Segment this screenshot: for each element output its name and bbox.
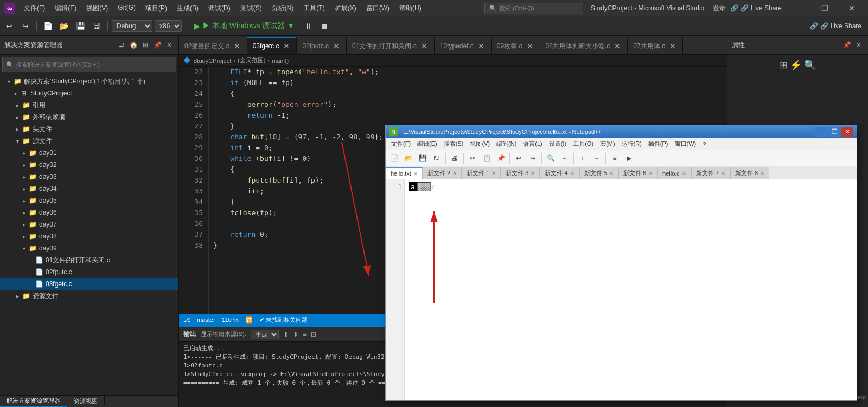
npp-menu-item[interactable]: 视图(V) <box>467 139 493 149</box>
npp-menu-item[interactable]: 设置(I) <box>546 139 570 149</box>
save-btn[interactable]: 💾 <box>73 19 87 33</box>
output-toolbar-icon3[interactable]: ≡ <box>303 331 307 338</box>
close-btn[interactable]: ✕ <box>839 0 864 16</box>
tree-item-12[interactable]: ▾📁day09 <box>0 242 178 254</box>
npp-find-btn[interactable]: 🔍 <box>544 152 557 165</box>
npp-menu-item[interactable]: 搜索(S) <box>441 139 467 149</box>
npp-tab-6[interactable]: 新文件 6✕ <box>618 167 658 179</box>
tree-item-3[interactable]: ▾📁源文件 <box>0 135 178 147</box>
npp-tab-close-5[interactable]: ✕ <box>609 170 614 176</box>
npp-tab-close-6[interactable]: ✕ <box>648 170 653 176</box>
npp-print-btn[interactable]: 🖨 <box>448 152 461 165</box>
filter-icon[interactable]: ⊞ <box>141 40 150 50</box>
npp-tab-2[interactable]: 新文件 1✕ <box>462 167 501 179</box>
debug-config-select[interactable]: Debug Release <box>112 20 152 32</box>
output-toolbar-icon4[interactable]: ⊡ <box>311 331 316 338</box>
home-icon[interactable]: 🏠 <box>129 40 138 50</box>
title-menu-item[interactable]: Git(G) <box>113 3 140 14</box>
output-toolbar-icon2[interactable]: ⬇ <box>293 331 298 338</box>
title-menu-item[interactable]: 分析(N) <box>267 3 298 14</box>
editor-tab-2[interactable]: 02fputc.c✕ <box>297 37 347 54</box>
npp-new-btn[interactable]: 📄 <box>388 152 401 165</box>
npp-tab-close-0[interactable]: ✕ <box>413 171 418 177</box>
npp-tab-7[interactable]: hello.c✕ <box>658 167 691 179</box>
tree-item-0[interactable]: ▸📁引用 <box>0 99 178 111</box>
editor-tab-7[interactable]: 07共用体.c✕ <box>628 37 683 54</box>
redo-btn[interactable]: ↪ <box>18 19 33 33</box>
props-icon2[interactable]: ⚡ <box>790 59 802 71</box>
npp-menu-item[interactable]: 插件(P) <box>645 139 672 149</box>
editor-tab-4[interactable]: 10typedef.c✕ <box>435 37 492 54</box>
npp-menu-item[interactable]: 工具(O) <box>570 139 597 149</box>
title-menu-item[interactable]: 视图(V) <box>82 3 112 14</box>
npp-tab-close-7[interactable]: ✕ <box>682 170 686 176</box>
stop-btn[interactable]: ⏹ <box>317 19 331 33</box>
npp-tab-4[interactable]: 新文件 4✕ <box>540 167 579 179</box>
live-share-btn[interactable]: 🔗 🔗 Live Share <box>730 4 782 12</box>
npp-restore-btn[interactable]: ❐ <box>828 127 840 137</box>
tab-close-0[interactable]: ✕ <box>233 42 241 50</box>
title-menu-item[interactable]: 扩展(X) <box>330 3 361 14</box>
tab-close-3[interactable]: ✕ <box>420 42 429 50</box>
title-menu-item[interactable]: 项目(P) <box>141 3 171 14</box>
tree-item-14[interactable]: 📄02fputc.c <box>0 266 178 278</box>
tab-close-6[interactable]: ✕ <box>613 42 622 50</box>
tree-item-15[interactable]: 📄03fgetc.c <box>0 278 178 290</box>
npp-save-all-btn[interactable]: 🖫 <box>430 152 443 165</box>
npp-undo-btn[interactable]: ↩ <box>512 152 525 165</box>
tab-close-4[interactable]: ✕ <box>477 42 486 50</box>
npp-code-area[interactable]: a▓▓▓c <box>405 179 857 400</box>
npp-tab-close-2[interactable]: ✕ <box>492 170 496 176</box>
npp-copy-btn[interactable]: 📋 <box>480 152 493 165</box>
tab-solution-explorer[interactable]: 解决方案资源管理器 <box>0 396 67 407</box>
npp-open-btn[interactable]: 📂 <box>402 152 415 165</box>
tree-item-11[interactable]: ▸📁day08 <box>0 230 178 242</box>
npp-menu-item[interactable]: 文件(F) <box>388 139 414 149</box>
restore-btn[interactable]: ❐ <box>813 0 837 16</box>
pin-icon[interactable]: 📌 <box>152 40 162 50</box>
tree-item-9[interactable]: ▸📁day06 <box>0 206 178 218</box>
output-source-select[interactable]: 生成 <box>251 330 279 339</box>
title-menu-item[interactable]: 文件(F) <box>20 3 49 14</box>
run-btn[interactable]: ▶ ▶ 本地 Windows 调试器 ▼ <box>190 20 299 32</box>
title-menu-item[interactable]: 窗口(W) <box>362 3 394 14</box>
close-properties-icon[interactable]: ✕ <box>854 40 864 50</box>
npp-menu-item[interactable]: ? <box>699 140 709 148</box>
npp-run-btn[interactable]: ▶ <box>622 152 635 165</box>
editor-tab-0[interactable]: 02变量的定义.c✕ <box>179 37 247 54</box>
npp-zoom-out-btn[interactable]: − <box>590 152 603 165</box>
tab-close-1[interactable]: ✕ <box>282 42 291 50</box>
editor-tab-1[interactable]: 03fgetc.c✕ <box>247 37 297 54</box>
npp-menu-item[interactable]: 编码(N) <box>493 139 520 149</box>
title-menu-item[interactable]: 测试(S) <box>236 3 266 14</box>
output-toolbar-icon1[interactable]: ⬆ <box>283 331 289 338</box>
editor-tab-3[interactable]: 01文件的打开和关闭.c✕ <box>347 37 435 54</box>
npp-menu-item[interactable]: 编辑(E) <box>414 139 441 149</box>
pin-properties-icon[interactable]: 📌 <box>842 40 852 50</box>
minimize-btn[interactable]: — <box>786 0 810 16</box>
npp-tab-close-3[interactable]: ✕ <box>531 170 535 176</box>
close-panel-icon[interactable]: ✕ <box>164 40 174 50</box>
props-icon1[interactable]: ⊞ <box>780 59 788 71</box>
tab-close-7[interactable]: ✕ <box>668 42 677 50</box>
platform-select[interactable]: x86 x64 <box>155 20 182 32</box>
npp-tab-close-1[interactable]: ✕ <box>452 170 457 176</box>
npp-tab-close-4[interactable]: ✕ <box>570 170 575 176</box>
npp-tab-5[interactable]: 新文件 5✕ <box>579 167 618 179</box>
npp-zoom-in-btn[interactable]: + <box>576 152 589 165</box>
npp-replace-btn[interactable]: ↔ <box>558 152 571 165</box>
npp-tab-close-9[interactable]: ✕ <box>760 170 764 176</box>
npp-paste-btn[interactable]: 📌 <box>494 152 507 165</box>
npp-tab-0[interactable]: hello.txt✕ <box>386 167 423 179</box>
npp-tab-3[interactable]: 新文件 3✕ <box>501 167 540 179</box>
tab-close-2[interactable]: ✕ <box>332 42 341 50</box>
live-share-toolbar-btn[interactable]: 🔗 🔗 Live Share <box>806 21 866 31</box>
npp-menu-item[interactable]: 宏(M) <box>597 139 618 149</box>
npp-tab-1[interactable]: 新文件 2✕ <box>423 167 462 179</box>
tree-item-1[interactable]: ▸📁外部依赖项 <box>0 111 178 123</box>
npp-minimize-btn[interactable]: — <box>815 127 827 137</box>
editor-tab-5[interactable]: 09枚举.c✕ <box>492 37 540 54</box>
npp-save-btn[interactable]: 💾 <box>416 152 429 165</box>
tree-item-5[interactable]: ▸📁day02 <box>0 159 178 171</box>
props-icon3[interactable]: 🔍 <box>804 59 816 71</box>
